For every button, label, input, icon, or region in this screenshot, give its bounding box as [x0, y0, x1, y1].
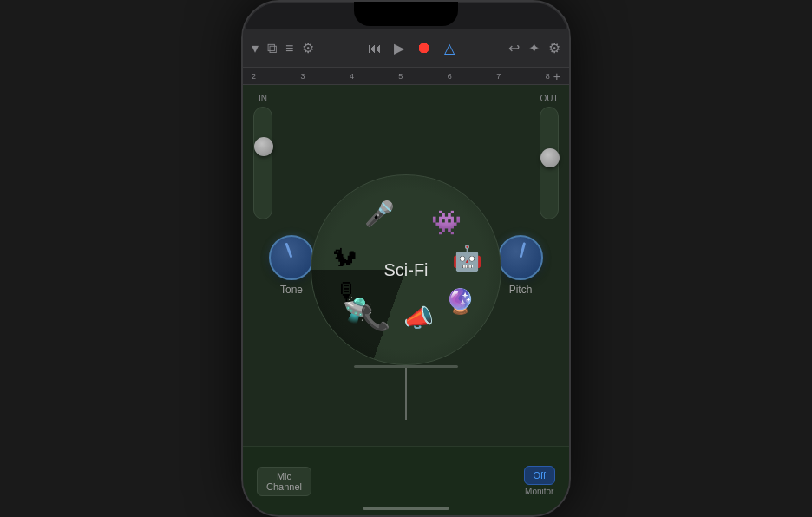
- pitch-knob[interactable]: [498, 235, 543, 280]
- monitor-container: Off Monitor: [524, 466, 555, 496]
- voice-megaphone[interactable]: 📣: [403, 304, 434, 332]
- undo-button[interactable]: ↩: [508, 40, 520, 56]
- ruler-mark: 2: [252, 72, 256, 81]
- tone-knob[interactable]: [269, 235, 314, 280]
- voice-telephone[interactable]: 📞: [360, 304, 390, 332]
- voice-squirrel[interactable]: 🐿: [332, 243, 357, 272]
- transport-controls: ⏮ ▶ ⏺ △: [368, 39, 455, 57]
- voice-microphone[interactable]: 🎤: [364, 199, 395, 227]
- tone-knob-indicator: [285, 243, 292, 258]
- home-indicator: [363, 507, 449, 510]
- voice-orb[interactable]: 🔮: [445, 287, 475, 316]
- toolbar-left: ▾ ⧉ ≡ ⚙: [252, 40, 314, 56]
- eq-icon[interactable]: ⚙: [302, 40, 314, 56]
- in-slider-thumb: [254, 137, 273, 156]
- ruler-mark: 3: [300, 72, 304, 81]
- mic-channel-button[interactable]: Mic Channel: [257, 467, 311, 496]
- pointer-line: [405, 368, 407, 420]
- tone-knob-container: Tone: [269, 235, 314, 296]
- ruler-marks: 2 3 4 5 6 7 8: [252, 72, 550, 81]
- mic-label: Mic Channel: [266, 471, 302, 492]
- monitor-off-button[interactable]: Off: [524, 466, 555, 485]
- layers-icon[interactable]: ⧉: [267, 41, 277, 56]
- marker-button[interactable]: △: [444, 40, 455, 56]
- out-label: OUT: [540, 94, 558, 103]
- out-slider[interactable]: [540, 107, 559, 219]
- in-label: IN: [259, 94, 267, 103]
- timeline-ruler: 2 3 4 5 6 7 8 +: [243, 68, 569, 85]
- monitor-label: Monitor: [525, 487, 553, 496]
- toolbar: ▾ ⧉ ≡ ⚙ ⏮ ▶ ⏺ △ ↩ ✦ ⚙: [243, 29, 569, 68]
- selected-voice-label: Sci-Fi: [383, 260, 428, 280]
- voice-mic2[interactable]: 🎙: [335, 278, 359, 306]
- pitch-knob-container: Pitch: [498, 235, 543, 296]
- ruler-mark: 7: [496, 72, 501, 81]
- main-content: IN OUT Tone Pitch: [243, 85, 569, 446]
- out-slider-container: OUT: [540, 94, 559, 219]
- phone-frame: ▾ ⧉ ≡ ⚙ ⏮ ▶ ⏺ △ ↩ ✦ ⚙ 2 3 4 5 6 7 8 +: [241, 0, 571, 517]
- voice-wheel-container: Sci-Fi 🛸 🎤 👾 🤖 🔮 📣 📞 🎙: [311, 174, 501, 365]
- ruler-mark: 5: [398, 72, 403, 81]
- in-slider[interactable]: [253, 107, 272, 219]
- toolbar-right: ↩ ✦ ⚙: [508, 40, 560, 56]
- in-slider-container: IN: [253, 94, 272, 219]
- voice-monster[interactable]: 👾: [431, 207, 462, 236]
- out-slider-thumb: [540, 148, 560, 167]
- dropdown-icon[interactable]: ▾: [252, 40, 259, 56]
- notch: [354, 2, 458, 26]
- bottom-controls: Mic Channel Off Monitor: [243, 446, 569, 515]
- power-button: [569, 158, 571, 210]
- rewind-button[interactable]: ⏮: [368, 41, 382, 56]
- settings-button[interactable]: ⚙: [548, 40, 560, 56]
- brightness-button[interactable]: ✦: [528, 40, 540, 56]
- list-icon[interactable]: ≡: [285, 41, 293, 56]
- voice-wheel[interactable]: Sci-Fi 🛸 🎤 👾 🤖 🔮 📣 📞 🎙: [311, 174, 501, 365]
- pitch-knob-indicator: [520, 242, 527, 258]
- record-button[interactable]: ⏺: [416, 39, 432, 57]
- pitch-label: Pitch: [509, 284, 533, 296]
- ruler-mark: 6: [448, 72, 452, 81]
- voice-robot[interactable]: 🤖: [452, 243, 482, 272]
- play-button[interactable]: ▶: [394, 40, 404, 56]
- tone-label: Tone: [280, 284, 303, 296]
- ruler-mark: 8: [546, 72, 550, 81]
- add-track-button[interactable]: +: [553, 69, 560, 83]
- ruler-mark: 4: [350, 72, 354, 81]
